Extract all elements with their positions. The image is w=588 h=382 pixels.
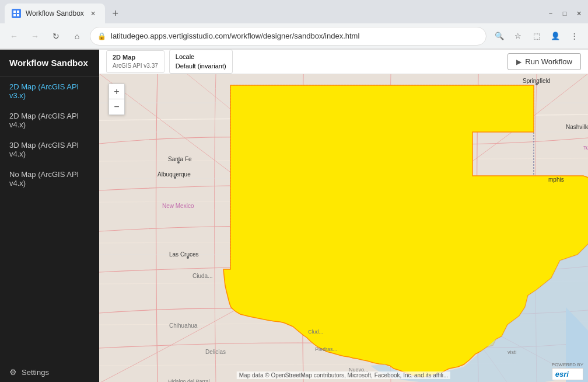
locale-button[interactable]: Locale Default (invariant)	[169, 50, 233, 74]
zoom-out-button[interactable]: −	[109, 99, 124, 114]
svg-text:Ciuda...: Ciuda...	[192, 273, 212, 279]
address-bar[interactable]: 🔒 latitudegeo.apps.vertigisstudio.com/wo…	[90, 27, 487, 46]
sidebar-item-label-2d-v3: 2D Map (ArcGIS API v3.x)	[9, 82, 90, 100]
app-layout: Workflow Sandbox 2D Map (ArcGIS API v3.x…	[0, 50, 588, 382]
close-window-button[interactable]: ✕	[574, 9, 583, 18]
svg-text:Nashville: Nashville	[566, 124, 588, 130]
esri-powered-text: POWERED BY	[552, 362, 583, 367]
svg-text:Las Cruces: Las Cruces	[169, 251, 199, 258]
sidebar-item-label-3d-v4: 3D Map (ArcGIS API v4.x)	[9, 141, 90, 158]
tab-favicon	[12, 9, 21, 18]
map-type-sub: ArcGIS API v3.37	[113, 62, 158, 70]
run-workflow-button[interactable]: ▶ Run Workflow	[508, 53, 581, 70]
browser-chrome: Workflow Sandbox ✕ + − □ ✕ ← → ↻ ⌂ 🔒 lat…	[0, 0, 588, 50]
gear-icon: ⚙	[9, 367, 17, 377]
sidebar-settings[interactable]: ⚙ Settings	[0, 362, 99, 382]
sidebar-item-3d-v4[interactable]: 3D Map (ArcGIS API v4.x)	[0, 135, 99, 164]
sidebar-item-label-2d-v4: 2D Map (ArcGIS API v4.x)	[9, 112, 90, 129]
browser-tab[interactable]: Workflow Sandbox ✕	[5, 4, 105, 23]
minimize-button[interactable]: −	[546, 9, 555, 18]
svg-text:Tenne...: Tenne...	[583, 145, 588, 151]
map-svg: Springfield Nashville mphis Mississippi …	[99, 74, 588, 382]
maximize-button[interactable]: □	[560, 9, 569, 18]
svg-rect-0	[13, 11, 16, 13]
map-attribution: Map data © OpenStreetMap contributors, M…	[237, 371, 450, 379]
svg-text:Chihuahua: Chihuahua	[169, 322, 198, 329]
new-tab-button[interactable]: +	[107, 5, 124, 22]
sidebar: Workflow Sandbox 2D Map (ArcGIS API v3.x…	[0, 50, 99, 382]
locale-sub: Default (invariant)	[176, 62, 226, 71]
esri-logo-text: esri	[552, 368, 583, 380]
bookmark-manager-button[interactable]: ⬚	[528, 28, 545, 44]
svg-text:visti: visti	[508, 349, 517, 355]
svg-rect-1	[17, 11, 19, 13]
settings-label: Settings	[22, 368, 49, 377]
main-content: 2D Map ArcGIS API v3.37 Locale Default (…	[99, 50, 588, 382]
sidebar-title: Workflow Sandbox	[0, 50, 99, 77]
svg-rect-3	[17, 14, 19, 16]
home-button[interactable]: ⌂	[69, 28, 85, 44]
run-workflow-label: Run Workflow	[525, 57, 572, 66]
sidebar-item-2d-v4[interactable]: 2D Map (ArcGIS API v4.x)	[0, 106, 99, 135]
svg-text:New Mexico: New Mexico	[162, 203, 194, 209]
lock-icon: 🔒	[97, 32, 106, 40]
refresh-button[interactable]: ↻	[48, 28, 64, 44]
svg-text:Piedras...: Piedras...	[315, 346, 337, 352]
sidebar-item-2d-v3[interactable]: 2D Map (ArcGIS API v3.x)	[0, 77, 99, 106]
tab-close-button[interactable]: ✕	[89, 9, 98, 18]
svg-rect-2	[13, 14, 16, 16]
zoom-in-button[interactable]: +	[109, 84, 124, 99]
menu-button[interactable]: ⋮	[566, 28, 582, 44]
window-controls: − □ ✕	[546, 9, 583, 18]
map-container[interactable]: Springfield Nashville mphis Mississippi …	[99, 74, 588, 382]
account-button[interactable]: 👤	[547, 28, 564, 44]
forward-button[interactable]: →	[27, 28, 43, 44]
back-button[interactable]: ←	[6, 28, 22, 44]
svg-text:mphis: mphis	[548, 176, 564, 183]
sidebar-item-nomap-v4[interactable]: No Map (ArcGIS API v4.x)	[0, 164, 99, 193]
svg-text:Santa Fe: Santa Fe	[168, 156, 192, 162]
tab-bar: Workflow Sandbox ✕ + − □ ✕	[0, 0, 588, 23]
zoom-controls: + −	[108, 84, 125, 115]
bookmark-button[interactable]: ☆	[510, 28, 526, 44]
svg-text:Albuquerque: Albuquerque	[158, 171, 191, 178]
play-icon: ▶	[516, 58, 522, 66]
svg-text:Delicias: Delicias	[205, 349, 226, 355]
svg-text:Clud...: Clud...	[308, 329, 323, 335]
svg-text:Springfield: Springfield	[523, 78, 550, 84]
address-text: latitudegeo.apps.vertigisstudio.com/work…	[111, 32, 479, 40]
locale-main: Locale	[176, 53, 226, 61]
nav-actions: 🔍 ☆ ⬚ 👤 ⋮	[491, 28, 582, 44]
map-type-main: 2D Map	[113, 53, 158, 62]
esri-logo: POWERED BY esri	[552, 362, 583, 380]
sidebar-item-label-nomap-v4: No Map (ArcGIS API v4.x)	[9, 170, 90, 187]
map-type-button[interactable]: 2D Map ArcGIS API v3.37	[106, 50, 164, 73]
svg-text:Hidalgo del Parral: Hidalgo del Parral	[168, 378, 210, 382]
toolbar: 2D Map ArcGIS API v3.37 Locale Default (…	[99, 50, 588, 74]
search-browser-button[interactable]: 🔍	[491, 28, 508, 44]
nav-bar: ← → ↻ ⌂ 🔒 latitudegeo.apps.vertigisstudi…	[0, 23, 588, 49]
tab-title: Workflow Sandbox	[26, 9, 84, 18]
